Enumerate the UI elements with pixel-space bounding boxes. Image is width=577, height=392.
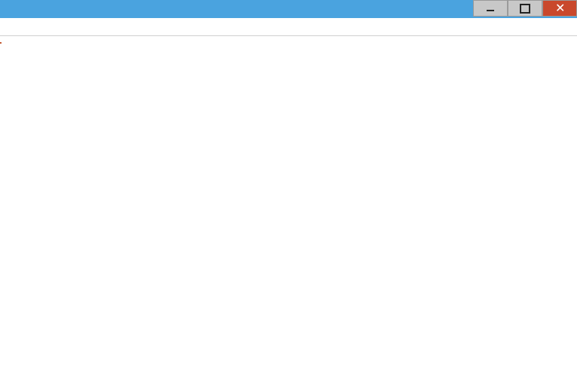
maximize-button[interactable] [508,0,542,17]
menu-bar [0,18,577,36]
highlight-rectangle [0,42,2,44]
text-editor-content[interactable] [0,36,577,42]
close-button[interactable] [542,0,577,17]
title-bar [0,0,577,18]
window-buttons [473,0,577,18]
minimize-button[interactable] [473,0,508,17]
